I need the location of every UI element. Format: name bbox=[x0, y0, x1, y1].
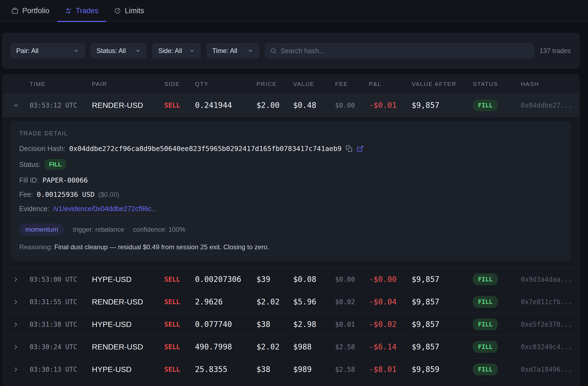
evidence-label: Evidence: bbox=[19, 205, 49, 213]
trade-price: $38 bbox=[256, 365, 293, 374]
reasoning-text: Final dust cleanup — residual $0.49 from… bbox=[54, 243, 269, 251]
trade-row[interactable]: 03:30:24 UTC RENDER-USD SELL 490.7998 $2… bbox=[2, 335, 580, 358]
trade-qty: 25.8355 bbox=[195, 365, 256, 374]
trade-time: 03:30:13 UTC bbox=[30, 366, 92, 373]
detail-divider bbox=[19, 216, 563, 216]
trade-status-cell: FILL bbox=[473, 99, 521, 111]
reasoning-label: Reasoning: bbox=[19, 243, 52, 251]
expand-chevron[interactable] bbox=[2, 102, 30, 109]
trade-pnl: -$0.04 bbox=[369, 297, 412, 306]
trade-side: SELL bbox=[164, 298, 195, 306]
trade-pair: HYPE-USD bbox=[92, 320, 164, 329]
col-header-time: TIME bbox=[30, 81, 92, 87]
status-label: Status: bbox=[19, 161, 41, 169]
filter-bar: Pair: All Status: All Side: All Time: Al… bbox=[2, 33, 580, 69]
trade-side: SELL bbox=[164, 366, 195, 373]
status-badge: FILL bbox=[473, 296, 498, 308]
chevron-right-icon bbox=[13, 366, 19, 373]
tab-limits[interactable]: Limits bbox=[106, 0, 152, 22]
copy-icon[interactable] bbox=[346, 145, 353, 152]
trade-fee: $0.02 bbox=[335, 298, 369, 306]
trade-fee: $0.01 bbox=[335, 321, 369, 328]
decision-hash-value: 0x04ddbe272cf96ca8d9be50640ee823f5965b02… bbox=[69, 145, 341, 153]
trade-row[interactable]: 03:31:38 UTC HYPE-USD SELL 0.077740 $38 … bbox=[2, 313, 580, 335]
expand-chevron[interactable] bbox=[2, 366, 30, 373]
table-header-row: TIME PAIR SIDE QTY PRICE VALUE FEE P&L V… bbox=[2, 74, 580, 94]
trade-row[interactable]: 03:30:13 UTC HYPE-USD SELL 25.8355 $38 $… bbox=[2, 358, 580, 381]
chevron-right-icon bbox=[13, 299, 19, 305]
trade-detail-panel: TRADE DETAIL Decision Hash: 0x04ddbe272c… bbox=[11, 121, 571, 261]
tab-trades-label: Trades bbox=[76, 7, 98, 15]
time-filter-dropdown[interactable]: Time: All bbox=[206, 43, 259, 58]
expand-chevron[interactable] bbox=[2, 321, 30, 328]
trade-hash: 0xe5f2e378... bbox=[521, 321, 580, 328]
reasoning-line: Reasoning: Final dust cleanup — residual… bbox=[19, 243, 563, 251]
status-filter-dropdown[interactable]: Status: All bbox=[91, 43, 147, 58]
tab-trades[interactable]: Trades bbox=[57, 0, 106, 22]
side-filter-dropdown[interactable]: Side: All bbox=[152, 43, 201, 58]
expand-chevron[interactable] bbox=[2, 299, 30, 305]
trade-pair: HYPE-USD bbox=[92, 365, 164, 374]
trade-fee: $0.00 bbox=[335, 276, 369, 283]
trade-row[interactable]: 03:53:00 UTC HYPE-USD SELL 0.00207306 $3… bbox=[2, 268, 580, 290]
trade-price: $2.00 bbox=[256, 101, 293, 110]
trade-side: SELL bbox=[164, 102, 195, 109]
trade-value: $2.98 bbox=[293, 320, 335, 329]
trade-value-after: $9,859 bbox=[412, 365, 473, 374]
fee-value: 0.00125936 USD bbox=[37, 191, 95, 198]
search-input[interactable] bbox=[281, 47, 529, 55]
trade-price: $2.02 bbox=[256, 297, 293, 306]
top-nav: Portfolio Trades Limits bbox=[0, 0, 588, 22]
trade-pair: RENDER-USD bbox=[92, 298, 164, 306]
expand-chevron[interactable] bbox=[2, 344, 30, 350]
col-header-qty: QTY bbox=[195, 81, 256, 87]
trade-pnl: -$0.02 bbox=[369, 320, 412, 329]
trade-value-after: $9,857 bbox=[412, 297, 473, 306]
trade-fee: $2.58 bbox=[335, 366, 369, 373]
trade-pair: RENDER-USD bbox=[92, 343, 164, 351]
chevron-down-icon bbox=[189, 48, 195, 54]
trade-status-cell: FILL bbox=[473, 363, 521, 375]
chevron-right-icon bbox=[13, 321, 19, 328]
chevron-right-icon bbox=[13, 276, 19, 283]
trade-price: $2.02 bbox=[256, 342, 293, 351]
trade-pnl: -$8.01 bbox=[369, 365, 412, 374]
trade-qty: 2.9626 bbox=[195, 297, 256, 306]
trade-qty: 0.077740 bbox=[195, 320, 256, 329]
col-header-value: VALUE bbox=[293, 81, 335, 87]
evidence-link[interactable]: /v1/evidence/0x04ddbe272cf96c... bbox=[53, 205, 157, 213]
external-link-icon[interactable] bbox=[357, 145, 364, 152]
trade-value-after: $9,857 bbox=[412, 342, 473, 351]
expand-chevron[interactable] bbox=[2, 276, 30, 283]
trade-time: 03:53:00 UTC bbox=[30, 276, 92, 283]
trade-pair: RENDER-USD bbox=[92, 101, 164, 110]
trade-value: $0.08 bbox=[293, 275, 335, 284]
col-header-fee: FEE bbox=[335, 81, 369, 87]
chevron-down-icon bbox=[74, 48, 79, 54]
status-badge: FILL bbox=[44, 159, 66, 170]
fee-label: Fee: bbox=[19, 191, 33, 198]
col-header-price: PRICE bbox=[256, 81, 293, 87]
briefcase-icon bbox=[11, 7, 19, 15]
pair-filter-dropdown[interactable]: Pair: All bbox=[10, 43, 85, 58]
tab-portfolio[interactable]: Portfolio bbox=[4, 0, 57, 22]
trade-value-after: $9,857 bbox=[412, 101, 473, 110]
trade-hash: 0xd7a18496... bbox=[521, 366, 580, 373]
confidence-text: confidence: 100% bbox=[133, 226, 185, 233]
status-badge: FILL bbox=[473, 341, 498, 353]
fee-line: Fee: 0.00125936 USD ($0.00) bbox=[19, 191, 563, 198]
fee-usd-value: ($0.00) bbox=[98, 191, 119, 198]
trade-status-cell: FILL bbox=[473, 318, 521, 330]
trade-side: SELL bbox=[164, 343, 195, 351]
chevron-down-icon bbox=[248, 48, 253, 54]
trade-row[interactable]: 03:31:55 UTC RENDER-USD SELL 2.9626 $2.0… bbox=[2, 290, 580, 313]
trade-hash: 0x7e811cfb... bbox=[521, 298, 580, 306]
trade-row[interactable]: 03:53:12 UTC RENDER-USD SELL 0.241944 $2… bbox=[2, 94, 580, 116]
trade-row[interactable]: 02:39:37 UTC HYPE-USD BUY 25.9132 $38 $1… bbox=[2, 381, 580, 386]
trade-time: 03:53:12 UTC bbox=[30, 102, 92, 109]
trade-detail-title: TRADE DETAIL bbox=[19, 130, 563, 137]
trade-qty: 0.241944 bbox=[195, 101, 256, 110]
trade-value-after: $9,857 bbox=[412, 275, 473, 284]
trade-pnl: -$0.00 bbox=[369, 275, 412, 284]
strategy-tag-row: momentum trigger: rebalance confidence: … bbox=[19, 223, 563, 236]
